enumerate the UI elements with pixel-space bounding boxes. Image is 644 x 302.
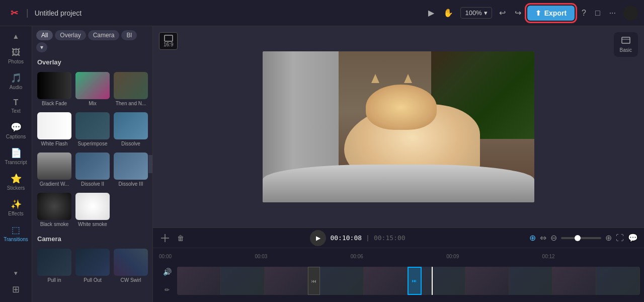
- timeline-minus-zoom-btn[interactable]: ⊖: [550, 233, 557, 243]
- main-layout: ▲ 🖼 Photos 🎵 Audio T Text 💬 Captions 📄 T…: [0, 26, 644, 302]
- tab-overlay[interactable]: Overlay: [55, 30, 86, 40]
- zoom-value: 100%: [465, 9, 481, 17]
- transition-label-cw-swirl: CW Swirl: [120, 277, 141, 283]
- film-frame-4[interactable]: [320, 267, 364, 295]
- ruler-9: 00:09: [446, 254, 459, 259]
- tab-camera[interactable]: Camera: [88, 30, 120, 40]
- film-frame-9[interactable]: [552, 267, 596, 295]
- transition-dissolve2[interactable]: Dissolve II: [74, 150, 111, 189]
- timeline-delete-btn[interactable]: 🗑: [175, 232, 186, 244]
- tab-bl[interactable]: Bl: [121, 30, 137, 40]
- timeline: 🗑 ▶ 00:10:08 | 00:15:00 ⊕ ⇔ ⊖ ⊕ ⛶ 💬: [153, 228, 644, 302]
- tab-all[interactable]: All: [36, 30, 53, 40]
- sidebar-label-photos: Photos: [8, 59, 24, 64]
- undo-btn[interactable]: ↩: [497, 6, 508, 20]
- basic-icon: [621, 36, 631, 46]
- timeline-link-btn[interactable]: ⇔: [540, 233, 546, 243]
- transition-pull-in[interactable]: Pull in: [36, 247, 72, 285]
- timeline-magnet-btn[interactable]: ⊕: [529, 233, 536, 243]
- track-edit-btn[interactable]: ✏: [157, 282, 177, 298]
- sidebar-item-audio[interactable]: 🎵 Audio: [2, 69, 30, 93]
- text-icon: T: [14, 98, 19, 107]
- transition-thumb-pull-in: [37, 249, 71, 276]
- aspect-icon: [164, 35, 173, 42]
- transition-cw-swirl[interactable]: CW Swirl: [113, 247, 149, 285]
- transition-gradient-w[interactable]: Gradient W...: [36, 150, 72, 189]
- timeline-split-btn[interactable]: [159, 232, 171, 244]
- active-transition-frame[interactable]: ⏭: [408, 267, 422, 295]
- redo-btn[interactable]: ↪: [513, 6, 523, 20]
- timeline-plus-zoom-btn[interactable]: ⊕: [605, 233, 612, 243]
- transition-dissolve3[interactable]: Dissolve III: [113, 150, 149, 189]
- sidebar-item-effects[interactable]: ✨ Effects: [2, 196, 30, 219]
- sidebar-item-photos[interactable]: 🖼 Photos: [2, 44, 30, 67]
- timeline-caption-btn[interactable]: 💬: [628, 233, 638, 243]
- video-content: [263, 51, 534, 202]
- transition-pull-out[interactable]: Pull Out: [74, 247, 111, 285]
- transition-label-dissolve3: Dissolve III: [119, 181, 143, 187]
- time-separator: |: [366, 234, 370, 242]
- tab-more[interactable]: ▾: [36, 42, 47, 52]
- topbar: ✂ | Untitled project ▶ ✋ 100% ▾ ↩ ↪ ⬆ Ex…: [0, 0, 644, 26]
- transition-white-smoke[interactable]: White smoke: [74, 191, 111, 229]
- help-btn[interactable]: ?: [580, 7, 588, 20]
- zoom-control[interactable]: 100% ▾: [460, 7, 492, 19]
- film-frame-3[interactable]: [265, 267, 308, 295]
- svg-rect-1: [622, 37, 630, 43]
- playhead[interactable]: [432, 267, 433, 295]
- basic-label: Basic: [620, 47, 632, 53]
- transition-white-flash[interactable]: White Flash: [36, 110, 72, 148]
- panel-collapse-handle[interactable]: ‹: [148, 155, 153, 173]
- timeline-fullscreen-btn[interactable]: ⛶: [616, 234, 624, 243]
- transition-superimpose[interactable]: Superimpose: [74, 110, 111, 148]
- transition-label-pull-out: Pull Out: [84, 277, 102, 283]
- film-frame-1[interactable]: [177, 267, 221, 295]
- timeline-toolbar: 🗑 ▶ 00:10:08 | 00:15:00 ⊕ ⇔ ⊖ ⊕ ⛶ 💬: [153, 228, 644, 248]
- frame-skip-prev[interactable]: ⏮: [308, 267, 320, 295]
- share-btn[interactable]: □: [593, 7, 602, 20]
- transition-thumb-white-flash: [37, 112, 71, 139]
- film-frame-5[interactable]: [364, 267, 408, 295]
- film-frame-2[interactable]: [221, 267, 265, 295]
- film-frame-6[interactable]: [422, 267, 465, 295]
- hand-tool-btn[interactable]: ✋: [441, 6, 455, 20]
- timeline-zoom-slider[interactable]: [561, 237, 601, 239]
- sidebar-item-transcript[interactable]: 📄 Transcript: [2, 144, 30, 168]
- sidebar-item-bottom[interactable]: ⊞: [2, 281, 30, 298]
- transition-thumb-gradient-w: [37, 153, 71, 180]
- more-btn[interactable]: ···: [607, 7, 618, 20]
- sidebar-item-captions[interactable]: 💬 Captions: [2, 119, 30, 142]
- sidebar-item-stickers[interactable]: ⭐ Stickers: [2, 170, 30, 194]
- transition-black-smoke[interactable]: Black smoke: [36, 191, 72, 229]
- transition-label-then-n: Then and N...: [116, 101, 146, 106]
- topbar-center-controls: ▶ ✋ 100% ▾ ↩ ↪: [426, 6, 523, 20]
- transition-mix[interactable]: Mix: [74, 70, 111, 108]
- transition-label-dissolve2: Dissolve II: [81, 181, 104, 187]
- user-avatar[interactable]: [623, 6, 638, 21]
- sidebar-expand-btn[interactable]: ▾: [12, 267, 20, 279]
- project-title: Untitled project: [35, 9, 423, 17]
- ruler-3: 00:03: [255, 254, 267, 259]
- track-volume-btn[interactable]: 🔊: [157, 264, 177, 280]
- transition-then-n[interactable]: Then and N...: [113, 70, 149, 108]
- transcript-icon: 📄: [11, 147, 22, 159]
- sidebar-item-transitions[interactable]: ⬚ Transitions: [2, 221, 30, 245]
- timeline-play-btn[interactable]: ▶: [310, 230, 326, 246]
- basic-panel[interactable]: Basic: [614, 32, 638, 57]
- aspect-ratio-badge[interactable]: 16:9: [159, 32, 178, 50]
- transition-label-superimpose: Superimpose: [78, 141, 108, 146]
- film-frame-8[interactable]: [509, 267, 553, 295]
- aspect-value: 16:9: [164, 42, 173, 47]
- export-button[interactable]: ⬆ Export: [527, 6, 575, 21]
- export-label: Export: [544, 9, 567, 17]
- film-frame-10[interactable]: [596, 267, 640, 295]
- sidebar-nav-up[interactable]: ▲: [11, 30, 22, 42]
- transition-dissolve[interactable]: Dissolve: [113, 110, 149, 148]
- photos-icon: 🖼: [12, 47, 21, 58]
- sidebar-item-text[interactable]: T Text: [2, 95, 30, 117]
- video-frame: [263, 51, 534, 202]
- film-frame-7[interactable]: [465, 267, 509, 295]
- sidebar-label-transitions: Transitions: [4, 237, 28, 242]
- transition-black-fade[interactable]: Black Fade: [36, 70, 72, 108]
- play-mode-btn[interactable]: ▶: [426, 6, 436, 20]
